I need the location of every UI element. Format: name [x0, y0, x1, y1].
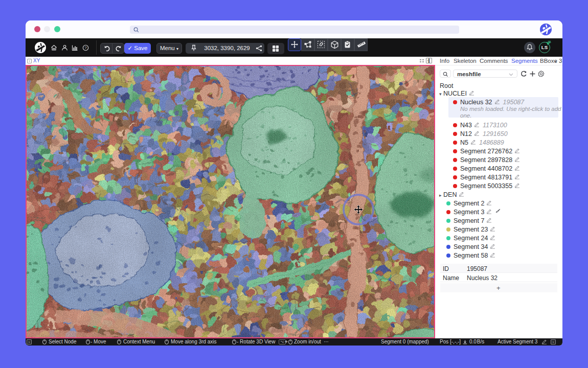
svg-text:?: ? [84, 45, 87, 50]
